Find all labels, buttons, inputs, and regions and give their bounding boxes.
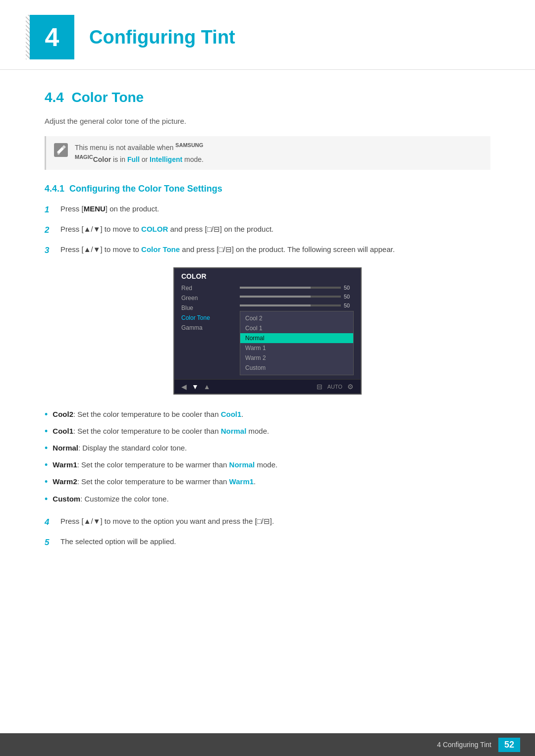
bullet-normal: • Normal: Display the standard color ton…: [45, 442, 490, 454]
step-3: 3 Press [▲/▼] to move to Color Tone and …: [45, 244, 490, 257]
footer-text: 4 Configuring Tint: [437, 741, 491, 749]
menu-title: COLOR: [181, 272, 354, 280]
screen-container: COLOR Red Green Blue: [45, 267, 490, 395]
monitor-screen: COLOR Red Green Blue: [173, 267, 362, 395]
bullet-custom: • Custom: Customize the color tone.: [45, 493, 490, 505]
subsection-heading: 4.4.1 Configuring the Color Tone Setting…: [45, 184, 490, 194]
tone-custom: Custom: [240, 363, 353, 373]
note-box: This menu is not available when SAMSUNGM…: [45, 136, 490, 170]
steps-list-2: 4 Press [▲/▼] to move to the option you …: [45, 515, 490, 549]
note-icon: [53, 142, 69, 158]
icon-enter: ⊟: [317, 383, 322, 391]
icon-down: ▼: [192, 383, 199, 391]
tone-cool1: Cool 1: [240, 323, 353, 333]
slider-red: 50: [240, 283, 354, 292]
tone-warm1: Warm 1: [240, 343, 353, 353]
tone-cool2: Cool 2: [240, 313, 353, 323]
menu-row-red: Red: [181, 283, 236, 293]
menu-row-gamma: Gamma: [181, 323, 236, 333]
menu-row-blue: Blue: [181, 303, 236, 313]
tone-normal: Normal: [240, 333, 353, 343]
screen-bottom-bar: ◀ ▼ ▲ ⊟ AUTO ⚙: [174, 379, 361, 394]
tone-dropdown: Cool 2 Cool 1 Normal Warm 1 Warm 2 Custo…: [240, 311, 354, 375]
page-number: 52: [498, 738, 520, 752]
step-4: 4 Press [▲/▼] to move to the option you …: [45, 515, 490, 529]
step-2: 2 Press [▲/▼] to move to COLOR and press…: [45, 223, 490, 237]
page-footer: 4 Configuring Tint 52: [0, 733, 535, 756]
slider-blue: 50: [240, 301, 354, 310]
menu-right: 50 50 50: [236, 283, 354, 375]
section-description: Adjust the general color tone of the pic…: [45, 115, 490, 127]
bottom-icons: ◀ ▼ ▲: [181, 383, 211, 391]
bullet-warm2: • Warm2: Set the color temperature to be…: [45, 476, 490, 488]
menu-row-green: Green: [181, 293, 236, 303]
chapter-header: 4 Configuring Tint: [0, 0, 535, 70]
icon-up: ▲: [204, 383, 211, 391]
bullet-warm1: • Warm1: Set the color temperature to be…: [45, 459, 490, 471]
menu-row-colortone: Color Tone: [181, 313, 236, 323]
slider-green: 50: [240, 292, 354, 301]
chapter-title: Configuring Tint: [89, 27, 235, 48]
icon-settings: ⚙: [347, 383, 354, 391]
icon-left: ◀: [181, 383, 187, 391]
main-content: 4.4 Color Tone Adjust the general color …: [0, 85, 535, 599]
menu-left: Red Green Blue Color Tone Gamma: [181, 283, 236, 375]
chapter-number: 4: [30, 15, 74, 59]
step-5: 5 The selected option will be applied.: [45, 536, 490, 549]
tone-warm2: Warm 2: [240, 353, 353, 363]
step-1: 1 Press [MENU] on the product.: [45, 203, 490, 216]
bottom-right-icons: ⊟ AUTO ⚙: [317, 383, 354, 391]
note-text: This menu is not available when SAMSUNGM…: [75, 141, 204, 165]
menu-rows: Red Green Blue Color Tone Gamma: [181, 283, 354, 375]
bullet-cool2: • Cool2: Set the color temperature to be…: [45, 408, 490, 421]
auto-label: AUTO: [327, 384, 342, 390]
bullet-list: • Cool2: Set the color temperature to be…: [45, 408, 490, 505]
steps-list: 1 Press [MENU] on the product. 2 Press […: [45, 203, 490, 257]
bullet-cool1: • Cool1: Set the color temperature to be…: [45, 425, 490, 438]
section-heading: 4.4 Color Tone: [45, 90, 490, 105]
monitor-menu: COLOR Red Green Blue: [174, 268, 361, 379]
